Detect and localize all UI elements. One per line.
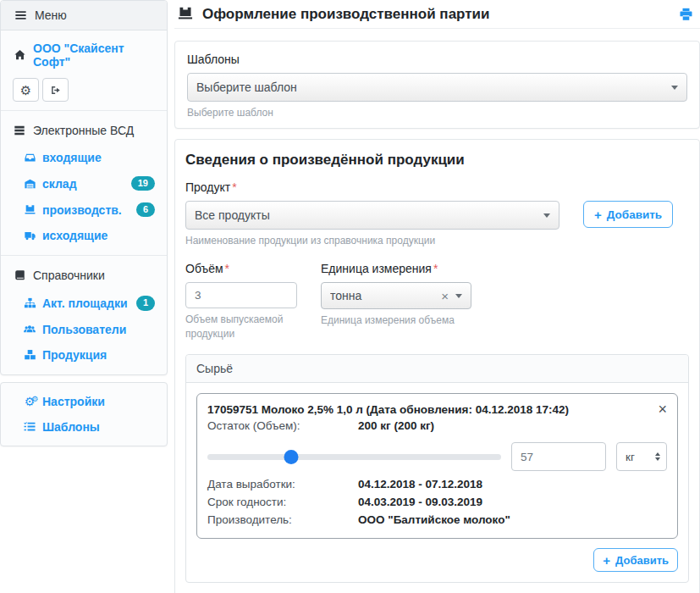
page-header: Оформление производственной партии — [174, 0, 700, 29]
remaining-row: Остаток (Объем): 200 кг (200 кг) — [207, 418, 667, 435]
sidebar-item-users[interactable]: Пользователи — [1, 317, 167, 342]
raw-materials-panel: Сырьё × 17059751 Молоко 2,5% 1,0 л (Дата… — [185, 354, 689, 583]
templates-helper: Выберите шаблон — [187, 106, 687, 119]
production-date-row: Дата выработки: 04.12.2018 - 07.12.2018 — [207, 476, 667, 494]
sidebar-item-settings[interactable]: ⚙⚙ Настройки — [1, 389, 167, 414]
product-info-card: Сведения о произведённой продукции Проду… — [174, 139, 700, 593]
amount-unit-select[interactable]: кг — [616, 442, 667, 471]
chevron-down-icon — [543, 213, 550, 218]
org-link[interactable]: ООО "Скайсент Софт" — [13, 42, 155, 69]
volume-input[interactable] — [185, 282, 297, 308]
template-select[interactable]: Выберите шаблон — [187, 73, 687, 102]
required-asterisk: * — [433, 262, 438, 275]
page-title: Оформление производственной партии — [202, 6, 489, 23]
chevron-down-icon — [671, 86, 678, 90]
sign-out-icon — [49, 85, 63, 96]
sidebar-item-incoming[interactable]: входящие — [1, 145, 167, 170]
raw-materials-title: Сырьё — [186, 355, 688, 383]
print-icon[interactable] — [679, 8, 693, 21]
templates-card: Шаблоны Выберите шаблон Выберите шаблон — [174, 41, 700, 129]
required-asterisk: * — [232, 180, 236, 194]
sidebar-item-warehouse[interactable]: склад 19 — [1, 170, 167, 197]
sidebar-footer-card: ⚙⚙ Настройки Шаблоны — [0, 382, 168, 446]
logout-button[interactable] — [42, 78, 69, 102]
templates-label: Шаблоны — [187, 53, 687, 66]
vsd-section: Электронные ВСД входящие склад 19 — [1, 111, 167, 256]
production-date-value: 04.12.2018 - 07.12.2018 — [358, 476, 667, 494]
book-icon — [13, 269, 26, 281]
tasks-list-icon — [23, 421, 36, 432]
truck-icon — [23, 230, 36, 241]
vsd-section-title: Электронные ВСД — [1, 119, 167, 145]
unit-helper: Единица измерения объема — [321, 313, 471, 327]
sidebar-item-sites[interactable]: Акт. площадки 1 — [1, 290, 167, 316]
sites-count-badge: 1 — [136, 296, 155, 310]
producer-value: ООО "Балтийское молоко" — [358, 512, 667, 529]
settings-button[interactable]: ⚙ — [13, 78, 39, 102]
gears-icon: ⚙⚙ — [23, 396, 36, 407]
home-icon — [13, 49, 26, 61]
clear-icon[interactable]: × — [441, 289, 449, 303]
gear-icon: ⚙ — [20, 84, 31, 97]
expiry-row: Срок годности: 04.03.2019 - 09.03.2019 — [207, 494, 667, 512]
sidebar-item-products[interactable]: Продукция — [1, 342, 167, 368]
section-title: Сведения о произведённой продукции — [185, 152, 689, 169]
raw-add-row: + Добавить — [196, 548, 678, 572]
sidebar-item-outgoing[interactable]: исходящие — [1, 223, 167, 248]
volume-label: Объём* — [185, 262, 297, 275]
industry-title-icon — [176, 6, 195, 22]
product-select[interactable]: Все продукты — [185, 201, 559, 230]
menu-toggle[interactable]: Меню — [1, 1, 167, 30]
required-asterisk: * — [225, 262, 229, 275]
app: Меню ООО "Скайсент Софт" ⚙ — [0, 0, 700, 593]
warehouse-count-badge: 19 — [131, 176, 155, 191]
ingredient-title: 17059751 Молоко 2,5% 1,0 л (Дата обновле… — [207, 402, 667, 418]
chevron-down-icon — [455, 294, 462, 298]
product-helper: Наименование продукции из справочника пр… — [185, 234, 689, 247]
slider-track[interactable] — [207, 454, 501, 460]
amount-slider[interactable] — [207, 450, 501, 463]
refs-section: Справочники Акт. площадки 1 Пользователи — [1, 256, 167, 374]
plus-icon: + — [594, 208, 602, 222]
volume-row: Объём* Объем выпускаемой продукции Едини… — [185, 262, 689, 340]
remaining-slider-thumb[interactable] — [284, 450, 298, 464]
add-raw-material-button[interactable]: + Добавить — [593, 548, 678, 572]
sidebar-main-card: Меню ООО "Скайсент Софт" ⚙ — [0, 0, 168, 375]
unit-field: Единица измерения* тонна × Единица измер… — [321, 262, 471, 340]
main-content: Оформление производственной партии Шабло… — [174, 0, 700, 593]
production-count-badge: 6 — [136, 202, 155, 217]
cubes-icon — [23, 349, 36, 361]
industry-icon — [23, 204, 36, 216]
org-section: ООО "Скайсент Софт" ⚙ — [1, 30, 167, 111]
unit-select[interactable]: тонна × — [321, 282, 471, 309]
raw-materials-body: × 17059751 Молоко 2,5% 1,0 л (Дата обнов… — [186, 383, 688, 582]
warehouse-icon — [23, 178, 36, 190]
sidebar-item-production[interactable]: производств. 6 — [1, 197, 167, 223]
sidebar: Меню ООО "Скайсент Софт" ⚙ — [0, 0, 168, 593]
close-icon[interactable]: × — [658, 402, 667, 417]
org-name: ООО "Скайсент Софт" — [33, 42, 155, 69]
unit-label: Единица измерения* — [321, 262, 471, 275]
expiry-value: 04.03.2019 - 09.03.2019 — [358, 494, 667, 512]
remaining-value: 200 кг (200 кг) — [358, 418, 667, 435]
menu-label: Меню — [35, 8, 67, 22]
sidebar-item-templates[interactable]: Шаблоны — [1, 414, 167, 440]
amount-slider-row: кг — [207, 442, 667, 471]
volume-helper: Объем выпускаемой продукции — [185, 313, 297, 340]
hamburger-icon — [14, 9, 27, 21]
producer-row: Производитель: ООО "Балтийское молоко" — [207, 512, 667, 529]
product-label: Продукт* — [185, 180, 689, 194]
add-product-button[interactable]: + Добавить — [583, 201, 673, 228]
users-icon — [23, 324, 36, 335]
product-row: Все продукты + Добавить — [185, 201, 689, 230]
amount-input[interactable] — [511, 442, 606, 471]
inbox-icon — [23, 152, 36, 163]
spinner-icon — [655, 452, 660, 461]
plus-icon: + — [603, 553, 610, 568]
sitemap-icon — [23, 297, 36, 309]
volume-field: Объём* Объем выпускаемой продукции — [185, 262, 297, 340]
org-buttons: ⚙ — [13, 78, 155, 102]
stack-icon — [13, 125, 26, 136]
ingredient-card: × 17059751 Молоко 2,5% 1,0 л (Дата обнов… — [196, 393, 678, 539]
refs-section-title: Справочники — [1, 264, 167, 290]
